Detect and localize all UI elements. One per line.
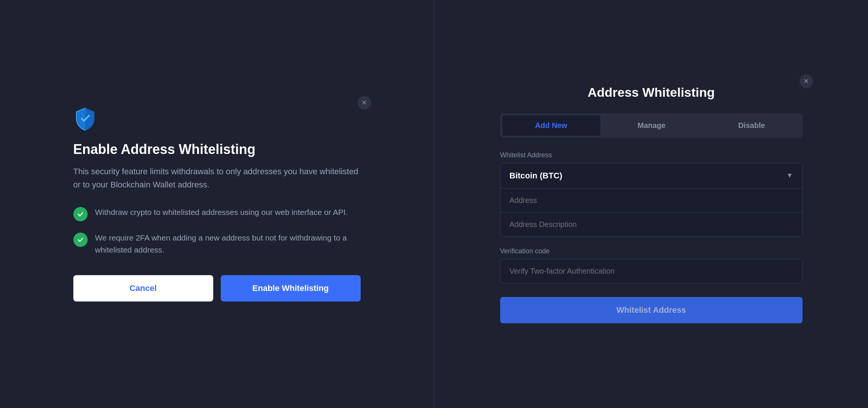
- close-button[interactable]: ✕: [358, 96, 371, 110]
- address-description-input[interactable]: [501, 212, 802, 236]
- currency-select[interactable]: Bitcoin (BTC) ▼: [501, 163, 802, 189]
- feature-text-1: Withdraw crypto to whitelisted addresses…: [95, 206, 348, 218]
- tab-disable[interactable]: Disable: [703, 115, 801, 136]
- enable-whitelisting-button[interactable]: Enable Whitelisting: [221, 275, 361, 301]
- whitelist-address-button[interactable]: Whitelist Address: [500, 297, 803, 323]
- left-panel: ✕ Enable Address Whitelisting This secur…: [0, 0, 434, 408]
- feature-item-1: Withdraw crypto to whitelisted addresses…: [73, 206, 361, 221]
- verification-section: Verification code: [500, 247, 803, 283]
- address-whitelisting-modal: ✕ Address Whitelisting Add New Manage Di…: [482, 67, 821, 341]
- close-icon-right: ✕: [803, 77, 809, 85]
- verification-code-input[interactable]: [500, 259, 803, 283]
- tab-manage[interactable]: Manage: [602, 115, 701, 136]
- enable-whitelisting-modal: ✕ Enable Address Whitelisting This secur…: [55, 88, 379, 320]
- close-button-right[interactable]: ✕: [800, 75, 813, 88]
- tab-row: Add New Manage Disable: [500, 113, 803, 138]
- feature-text-2: We require 2FA when adding a new address…: [95, 232, 361, 256]
- address-fields-group: Bitcoin (BTC) ▼: [500, 163, 803, 237]
- feature-list: Withdraw crypto to whitelisted addresses…: [73, 206, 361, 256]
- tab-add-new[interactable]: Add New: [502, 115, 601, 136]
- address-input[interactable]: [501, 189, 802, 212]
- feature-item-2: We require 2FA when adding a new address…: [73, 232, 361, 256]
- modal-title: Enable Address Whitelisting: [73, 141, 361, 157]
- modal-description: This security feature limits withdrawals…: [73, 165, 361, 191]
- chevron-down-icon: ▼: [786, 172, 793, 180]
- close-icon: ✕: [361, 99, 367, 107]
- verification-code-label: Verification code: [500, 247, 803, 255]
- right-panel: ✕ Address Whitelisting Add New Manage Di…: [434, 0, 868, 408]
- button-row: Cancel Enable Whitelisting: [73, 275, 361, 301]
- right-modal-title: Address Whitelisting: [500, 85, 803, 100]
- check-circle-1: [73, 207, 88, 221]
- currency-value: Bitcoin (BTC): [510, 171, 563, 181]
- shield-icon: [73, 107, 97, 131]
- whitelist-address-label: Whitelist Address: [500, 151, 803, 159]
- whitelist-address-section: Whitelist Address Bitcoin (BTC) ▼: [500, 151, 803, 237]
- check-circle-2: [73, 233, 88, 247]
- cancel-button[interactable]: Cancel: [73, 275, 213, 301]
